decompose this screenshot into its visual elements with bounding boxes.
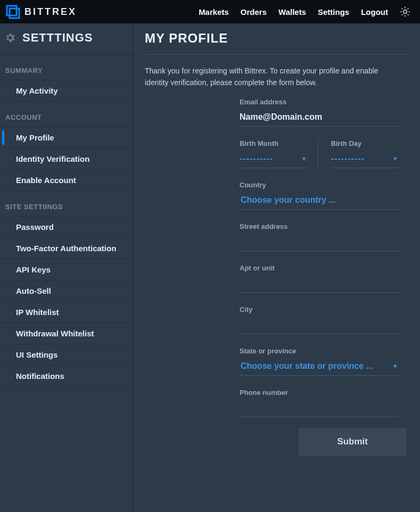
settings-header: SETTTINGS bbox=[0, 31, 133, 55]
email-field[interactable] bbox=[240, 109, 399, 127]
sidebar-item-api-keys[interactable]: API Keys bbox=[0, 259, 133, 280]
street-field[interactable] bbox=[240, 234, 399, 251]
sidebar-item-identity-verification[interactable]: Identity Verification bbox=[0, 148, 133, 169]
sidebar-item-my-profile[interactable]: My Profile bbox=[0, 127, 133, 148]
sidebar-item-two-factor[interactable]: Two-Factor Authentication bbox=[0, 237, 133, 259]
street-label: Street address bbox=[240, 222, 399, 230]
section-summary-label: SUMMARY bbox=[0, 55, 133, 80]
brand-text: BITTREX bbox=[24, 6, 77, 18]
sidebar-item-ui-settings[interactable]: UI Settings bbox=[0, 344, 133, 365]
svg-line-10 bbox=[408, 9, 409, 10]
sidebar-item-my-activity[interactable]: My Activity bbox=[0, 80, 133, 102]
section-account-list: My Profile Identity Verification Enable … bbox=[0, 127, 133, 191]
birth-day-label: Birth Day bbox=[331, 139, 400, 147]
phone-field[interactable] bbox=[240, 400, 399, 417]
nav-settings[interactable]: Settings bbox=[318, 7, 349, 16]
theme-toggle-icon[interactable] bbox=[400, 6, 410, 17]
top-nav: BITTREX Markets Orders Wallets Settings … bbox=[0, 0, 420, 23]
apt-field[interactable] bbox=[240, 275, 399, 293]
state-select[interactable]: Choose your state or province ... bbox=[240, 358, 399, 376]
main-content: MY PROFILE Thank you for registering wit… bbox=[133, 23, 420, 512]
section-account-label: ACCOUNT bbox=[0, 102, 133, 127]
svg-line-6 bbox=[408, 14, 409, 15]
apt-label: Apt or unit bbox=[240, 264, 399, 272]
gear-icon bbox=[4, 32, 16, 44]
svg-rect-0 bbox=[7, 6, 17, 15]
divider bbox=[145, 54, 408, 55]
sidebar-item-auto-sell[interactable]: Auto-Sell bbox=[0, 280, 133, 301]
nav-markets[interactable]: Markets bbox=[199, 7, 229, 16]
nav-items: Markets Orders Wallets Settings Logout bbox=[199, 6, 417, 17]
page-title: MY PROFILE bbox=[145, 31, 408, 54]
email-label: Email address bbox=[240, 98, 399, 106]
svg-line-9 bbox=[402, 14, 403, 15]
birth-month-select[interactable] bbox=[240, 151, 308, 168]
sidebar: SETTTINGS SUMMARY My Activity ACCOUNT My… bbox=[0, 23, 133, 512]
nav-orders[interactable]: Orders bbox=[241, 7, 267, 16]
sidebar-item-notifications[interactable]: Notifications bbox=[0, 365, 133, 387]
sidebar-item-password[interactable]: Password bbox=[0, 216, 133, 237]
section-site-label: SITE SETTIINGS bbox=[0, 191, 133, 216]
city-field[interactable] bbox=[240, 317, 399, 334]
city-label: City bbox=[240, 305, 399, 313]
logo-icon bbox=[5, 4, 20, 19]
section-summary-list: My Activity bbox=[0, 80, 133, 102]
section-site-list: Password Two-Factor Authentication API K… bbox=[0, 216, 133, 387]
svg-point-2 bbox=[403, 10, 407, 14]
svg-line-5 bbox=[402, 9, 403, 10]
nav-logout[interactable]: Logout bbox=[361, 7, 388, 16]
sidebar-item-enable-account[interactable]: Enable Account bbox=[0, 169, 133, 191]
birth-day-select[interactable] bbox=[331, 151, 400, 168]
country-label: Country bbox=[240, 181, 399, 189]
country-select[interactable]: Choose your country ... bbox=[240, 192, 399, 210]
submit-button[interactable]: Submit bbox=[299, 428, 406, 456]
sidebar-item-ip-whitelist[interactable]: IP Whitelist bbox=[0, 301, 133, 323]
phone-label: Phone number bbox=[240, 389, 399, 397]
brand[interactable]: BITTREX bbox=[5, 4, 77, 19]
nav-wallets[interactable]: Wallets bbox=[278, 7, 306, 16]
birth-month-label: Birth Month bbox=[240, 139, 308, 147]
sidebar-item-withdrawal-whitelist[interactable]: Withdrawal Whitelist bbox=[0, 323, 133, 344]
profile-form: Email address Birth Month ▼ Birth Day ▼ bbox=[240, 98, 399, 417]
settings-title: SETTTINGS bbox=[22, 31, 93, 45]
state-label: State or province bbox=[240, 347, 399, 355]
svg-rect-1 bbox=[10, 9, 19, 18]
intro-text: Thank you for registering with Bittrex. … bbox=[145, 65, 408, 88]
